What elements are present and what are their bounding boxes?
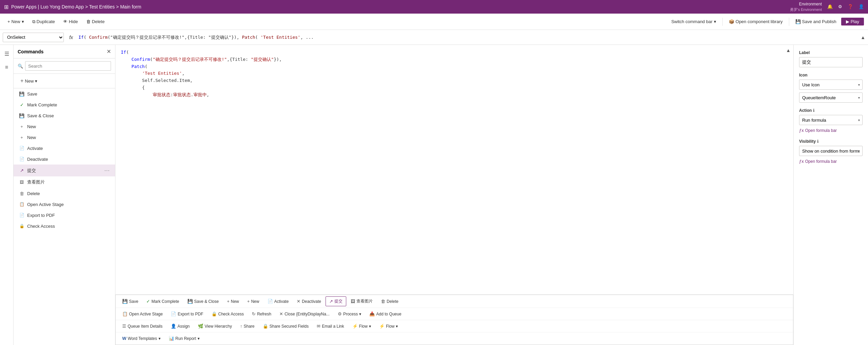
stage-icon: 📋 (122, 311, 128, 316)
cmdbar-new-2[interactable]: + New (243, 297, 263, 306)
save-and-publish-button[interactable]: 💾 Save and Publish (792, 18, 840, 25)
report-icon: 📊 (169, 336, 174, 341)
cmdbar-save-close[interactable]: 💾 Save & Close (184, 297, 223, 306)
check-icon: ✓ (19, 102, 24, 107)
code-line-3: Patch( (121, 63, 788, 70)
cmdbar-assign[interactable]: 👤 Assign (167, 322, 193, 331)
visibility-show-condition-select[interactable]: Show on condition from formula (799, 146, 863, 156)
cmdbar-view-hierarchy[interactable]: 🌿 View Hierarchy (194, 322, 236, 331)
formula-bar: OnSelect fx If( Confirm("确定提交吗？提交后记录不可修改… (0, 30, 868, 45)
toolbar-right: Switch command bar ▾ 📦 Open component li… (668, 18, 864, 26)
save-close-icon: 💾 (19, 113, 24, 118)
visibility-open-formula-bar-button[interactable]: ƒx Open formula bar (799, 158, 837, 165)
right-panel: Label Icon Use Icon ▾ QueueItemRoute ▾ (793, 45, 868, 345)
cmdbar-share-secured[interactable]: 🔒 Share Secured Fields (259, 322, 312, 331)
cmd-view-img[interactable]: 🖼 查看图片 (14, 176, 115, 188)
cmdbar-flow-1[interactable]: ⚡ Flow ▾ (349, 322, 375, 331)
cmdbar-save[interactable]: 💾 Save (118, 297, 142, 306)
help-icon[interactable]: ❓ (848, 4, 853, 9)
top-bar: ⊞ Power Apps | Luo Yong Demo App > Test … (0, 0, 868, 14)
cmdbar-close-entity[interactable]: ✕ Close {EntityDisplayNa... (276, 309, 333, 318)
email-icon: ✉ (317, 324, 320, 329)
cmd-more-button[interactable]: ⋯ (104, 167, 110, 174)
search-input[interactable] (25, 61, 111, 71)
cmd-delete[interactable]: 🗑 Delete (14, 188, 115, 199)
formula-expand-button[interactable]: ▲ (861, 35, 865, 40)
cmdbar-submit[interactable]: ↗ 提交 (326, 296, 346, 306)
cmd-open-active-stage[interactable]: 📋 Open Active Stage (14, 199, 115, 210)
trash-icon: 🗑 (381, 299, 385, 304)
cmd-submit[interactable]: ↗ 提交 ⋯ (14, 165, 115, 176)
cmd-mark-complete[interactable]: ✓ Mark Complete (14, 99, 115, 110)
cmd-export-pdf[interactable]: 📄 Export to PDF (14, 210, 115, 221)
cmd-new-1[interactable]: + New (14, 121, 115, 132)
chevron-down-icon: ▾ (369, 324, 371, 329)
chevron-down-icon: ▾ (359, 312, 361, 316)
property-select[interactable]: OnSelect (3, 33, 64, 42)
icon-queue-item-route-select[interactable]: QueueItemRoute (799, 92, 863, 103)
cmdbar-check-access[interactable]: 🔒 Check Access (208, 309, 247, 318)
nav-hamburger-icon[interactable]: ☰ (1, 48, 13, 60)
cmd-save-close[interactable]: 💾 Save & Close (14, 110, 115, 121)
hide-icon: 👁 (63, 19, 68, 24)
cmdbar-deactivate[interactable]: ✕ Deactivate (293, 297, 325, 306)
collapse-editor-button[interactable]: ▲ (786, 48, 791, 53)
cmdbar-add-to-queue[interactable]: 📥 Add to Queue (366, 309, 405, 318)
cmdbar-email-link[interactable]: ✉ Email a Link (313, 322, 348, 331)
open-component-library-button[interactable]: 📦 Open component library (725, 18, 786, 25)
play-button[interactable]: ▶ Play (841, 18, 864, 25)
cmdbar-word-templates[interactable]: W Word Templates ▾ (118, 334, 164, 343)
deactivate-icon: ✕ (297, 299, 300, 304)
cmdbar-refresh[interactable]: ↻ Refresh (248, 309, 275, 318)
visibility-section: Visibility ℹ Show on condition from form… (799, 139, 863, 165)
user-icon[interactable]: 👤 (858, 4, 864, 9)
switch-command-bar-button[interactable]: Switch command bar ▾ (668, 18, 719, 25)
cmdbar-activate[interactable]: 📄 Activate (264, 297, 293, 306)
save-close-icon: 💾 (187, 299, 193, 304)
action-info-icon[interactable]: ℹ (813, 108, 815, 113)
code-editor[interactable]: ▲ If( Confirm("确定提交吗？提交后记录不可修改!",{Title:… (115, 45, 793, 295)
cmdbar-flow-2[interactable]: ⚡ Flow ▾ (375, 322, 402, 331)
cmdbar-mark-complete[interactable]: ✓ Mark Complete (143, 297, 183, 306)
cmd-save[interactable]: 💾 Save (14, 88, 115, 99)
cmdbar-export-pdf[interactable]: 📄 Export to PDF (167, 309, 207, 318)
cmdbar-view-img[interactable]: 🖼 查看图片 (347, 296, 376, 306)
bell-icon[interactable]: 🔔 (827, 4, 833, 9)
grid-icon[interactable]: ⊞ (4, 4, 8, 10)
visibility-info-icon[interactable]: ℹ (817, 139, 819, 144)
cmdbar-share[interactable]: ↑ Share (236, 322, 258, 331)
save-icon: 💾 (122, 299, 128, 304)
cmdbar-run-report[interactable]: 📊 Run Report ▾ (165, 334, 203, 343)
delete-button[interactable]: 🗑 Delete (83, 18, 108, 25)
cmdbar-process[interactable]: ⚙ Process ▾ (334, 309, 365, 318)
visibility-show-condition-wrapper: Show on condition from formula ▾ (799, 146, 863, 156)
label-input[interactable] (799, 57, 863, 67)
panel-close-button[interactable]: ✕ (107, 48, 111, 55)
cmd-deactivate[interactable]: 📄 Deactivate (14, 154, 115, 165)
cmdbar-open-active-stage[interactable]: 📋 Open Active Stage (118, 309, 166, 318)
flow-icon-2: ⚡ (379, 324, 385, 329)
add-new-command-button[interactable]: + New ▾ (18, 76, 40, 85)
submit-icon: ↗ (19, 168, 24, 173)
action-open-formula-bar-button[interactable]: ƒx Open formula bar (799, 127, 837, 134)
nav-list-icon[interactable]: ≡ (1, 61, 13, 73)
formula-text[interactable]: If( Confirm("确定提交吗？提交后记录不可修改!",{Title: "… (78, 34, 858, 40)
share-secured-icon: 🔒 (263, 324, 268, 329)
cmd-new-2[interactable]: + New (14, 132, 115, 143)
cmdbar-row-2: 📋 Open Active Stage 📄 Export to PDF 🔒 Ch… (116, 308, 793, 320)
gear-icon[interactable]: ⚙ (838, 4, 842, 9)
cmdbar-new-1[interactable]: + New (223, 297, 243, 306)
trash-icon: 🗑 (19, 191, 24, 196)
cmdbar-queue-item-details[interactable]: ☰ Queue Item Details (118, 322, 166, 331)
submit-icon: ↗ (329, 299, 333, 304)
deactivate-icon: 📄 (19, 156, 24, 162)
cmdbar-delete[interactable]: 🗑 Delete (377, 297, 402, 306)
cmd-activate[interactable]: 📄 Activate (14, 143, 115, 154)
hide-button[interactable]: 👁 Hide (60, 18, 81, 25)
icon-use-icon-select[interactable]: Use Icon (799, 80, 863, 90)
new-button[interactable]: + New ▾ (4, 18, 27, 25)
duplicate-button[interactable]: ⧉ Duplicate (29, 18, 58, 26)
pdf-icon: 📄 (171, 311, 176, 316)
action-run-formula-select[interactable]: Run formula (799, 115, 863, 125)
cmd-check-access[interactable]: 🔒 Check Access (14, 221, 115, 231)
